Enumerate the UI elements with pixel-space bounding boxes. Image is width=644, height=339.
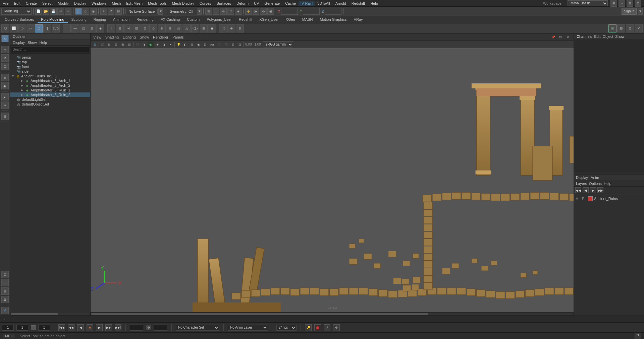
save-scene-icon[interactable]: 💾	[50, 8, 57, 15]
tree-item-ancient-ruins[interactable]: ▼ ⊞ Ancient_Ruins_nc1_1	[10, 74, 90, 78]
menu-arnold[interactable]: Arnold	[333, 1, 349, 6]
fps-select[interactable]: 24 fps	[276, 325, 297, 331]
help-line-btn[interactable]: ?	[635, 333, 641, 339]
menu-modify[interactable]: Modify	[55, 1, 71, 6]
tab-animation[interactable]: Animation	[110, 17, 133, 23]
menu-select[interactable]: Select	[40, 1, 55, 6]
outliner-menu-help[interactable]: Help	[40, 41, 47, 45]
workspace-select[interactable]: Maya Classic	[568, 0, 608, 6]
rotate-tool-left[interactable]: ↺	[1, 54, 9, 62]
menu-help[interactable]: Help	[368, 1, 381, 6]
layer-name[interactable]: Ancient_Ruins	[594, 197, 618, 201]
menu-windows[interactable]: Windows	[89, 1, 109, 6]
tab-rendering[interactable]: Rendering	[133, 17, 157, 23]
tab-custom[interactable]: Custom	[183, 17, 203, 23]
tree-item-persp[interactable]: 📷 persp	[10, 55, 90, 60]
poly-cube-tool[interactable]: ⬜	[10, 24, 18, 32]
new-scene-icon[interactable]: 📄	[35, 8, 42, 15]
vp-layout-2[interactable]: ⊟	[106, 42, 112, 48]
tab-rigging[interactable]: Rigging	[90, 17, 109, 23]
workspace-icon-3[interactable]: ⊟	[627, 0, 633, 7]
menu-deform[interactable]: Deform	[234, 1, 251, 6]
layer-v-label[interactable]: V	[576, 197, 581, 201]
menu-curves[interactable]: Curves	[197, 1, 214, 6]
shelf-icon[interactable]: M	[1, 307, 9, 314]
poly-mesh-tool[interactable]: ⬡	[35, 24, 43, 32]
next-layer-btn[interactable]: ▶	[590, 187, 596, 193]
char-set-select[interactable]: No Character Set	[176, 325, 219, 331]
menu-display[interactable]: Display	[71, 1, 89, 6]
tree-item-ruin1[interactable]: ▶ ◈ Amphitheater_5_Ruin_1	[10, 88, 90, 92]
next-frame-btn[interactable]: ▶▶	[105, 324, 112, 331]
menu-uv[interactable]: UV	[251, 1, 262, 6]
sculpt-tool[interactable]: ◉	[208, 24, 216, 32]
menu-vray-badge[interactable]: [V-Ray]	[299, 1, 315, 6]
rp-channels-tab[interactable]: Channels	[577, 35, 592, 39]
insert-edge-tool[interactable]: ⊠	[141, 24, 149, 32]
tree-item-objectset[interactable]: ◎ defaultObjectSet	[10, 102, 90, 107]
select-tool[interactable]: ↖	[1, 35, 9, 42]
menu-mesh-tools[interactable]: Mesh Tools	[145, 1, 169, 6]
workspace-icon-2[interactable]: ≡	[619, 0, 625, 7]
current-frame-input[interactable]	[2, 325, 14, 331]
vp-gamma-select[interactable]: sRGB gamma	[263, 41, 293, 48]
vp-isolate-icon[interactable]: ◉	[196, 42, 202, 48]
rp-edit-tab[interactable]: Edit	[594, 35, 600, 39]
anim-layer-select[interactable]: No Anim Layer	[228, 325, 268, 331]
vp-layout-1[interactable]: ◱	[100, 42, 106, 48]
vp-shade-texture[interactable]: ◉	[148, 42, 154, 48]
select-border-tool[interactable]: ⬚	[219, 24, 227, 32]
poly-plane-tool[interactable]: ▱	[26, 24, 35, 32]
workspace-icon-1[interactable]: ⊞	[610, 0, 617, 7]
menu-mesh[interactable]: Mesh	[109, 1, 123, 6]
z-input[interactable]	[325, 8, 341, 15]
rotate-icon[interactable]: ↺	[108, 8, 114, 15]
outliner-search-input[interactable]	[11, 47, 89, 52]
bridge-tool[interactable]: ⊟	[116, 24, 124, 32]
sign-in-arrow[interactable]: ▼	[638, 8, 643, 15]
x-input[interactable]	[281, 8, 298, 15]
next-layer-btn2[interactable]: ▶▶	[597, 187, 603, 193]
menu-file[interactable]: File	[0, 1, 11, 6]
mode-dropdown[interactable]: Modeling	[1, 8, 32, 15]
live-surface-arrow[interactable]: ▼	[158, 8, 163, 15]
y-input[interactable]	[303, 8, 320, 15]
poly-svg-tool[interactable]: SVG	[52, 24, 60, 32]
menu-mesh-display[interactable]: Mesh Display	[169, 1, 197, 6]
vp-xray-icon[interactable]: ⊟	[189, 42, 195, 48]
tab-sculpting[interactable]: Sculpting	[68, 17, 90, 23]
tab-curves-surfaces[interactable]: Curves / Surfaces	[1, 17, 37, 23]
layer-p-label[interactable]: P	[582, 197, 587, 201]
rp-anim-tab[interactable]: Anim	[591, 176, 599, 180]
vp-grid-toggle[interactable]: ⊞	[230, 42, 236, 48]
tab-redshift[interactable]: Redshift	[235, 17, 256, 23]
tree-item-ruin2[interactable]: ▶ ◈ Amphitheater_5_Ruin_2	[10, 92, 90, 97]
tree-item-lightset[interactable]: ◎ defaultLightSet	[10, 97, 90, 102]
playback-end-input[interactable]: 200	[154, 325, 167, 331]
vp-layout-5[interactable]: ⊡	[126, 42, 132, 48]
rp-object-tab[interactable]: Object	[602, 35, 613, 39]
move-tool[interactable]: ✛	[1, 46, 9, 53]
vp-hud-icon[interactable]: ⊡	[237, 42, 243, 48]
rp-help-tab[interactable]: Help	[604, 182, 611, 186]
menu-redshift[interactable]: Redshift	[349, 1, 368, 6]
rp-options-tab[interactable]: Options	[589, 182, 602, 186]
toggle-attr-icon[interactable]: ✕	[635, 24, 643, 32]
material-viewer-icon[interactable]: ◉	[267, 8, 274, 15]
quick-sel-set[interactable]: ⊡	[1, 271, 9, 278]
tab-xgen[interactable]: XGen	[282, 17, 299, 23]
tab-motion-graphics[interactable]: Motion Graphics	[317, 17, 350, 23]
boolean-tool[interactable]: ⊖	[166, 24, 174, 32]
stop-btn[interactable]: ■	[87, 324, 93, 331]
outliner-menu-show[interactable]: Show	[28, 41, 37, 45]
vp-shade-3[interactable]: ●	[168, 42, 174, 48]
merge-tool[interactable]: ⋈	[124, 24, 132, 32]
tree-item-side[interactable]: 📷 side	[10, 69, 90, 74]
paint-tool[interactable]: 🖌	[1, 93, 9, 100]
vp-safe-frame[interactable]: ⬛	[223, 42, 229, 48]
playback-start-input[interactable]: 120	[130, 325, 143, 331]
art-brush-tool[interactable]: ✏	[1, 101, 9, 109]
tree-item-arch2[interactable]: ▶ ◈ Amphitheater_5_Arch_2	[10, 83, 90, 88]
snap-surface-icon[interactable]: ◈	[235, 8, 241, 15]
cycle-btn[interactable]: ↺	[324, 324, 330, 331]
